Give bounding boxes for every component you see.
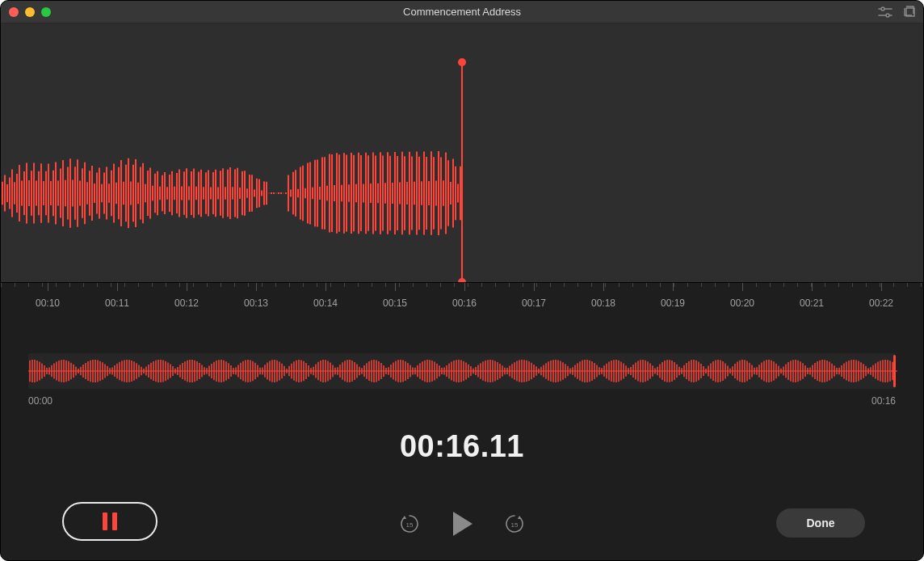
ruler-label: 00:13 xyxy=(244,297,268,309)
ruler-label: 00:22 xyxy=(869,297,893,309)
ruler-label: 00:21 xyxy=(800,297,824,309)
overview-end-time: 00:16 xyxy=(872,395,896,407)
ruler-label: 00:15 xyxy=(383,297,407,309)
ruler-label: 00:14 xyxy=(313,297,338,309)
window-controls xyxy=(9,7,51,17)
done-label: Done xyxy=(807,517,835,529)
waveform-overview[interactable] xyxy=(28,353,896,389)
done-button[interactable]: Done xyxy=(776,508,865,538)
svg-point-1 xyxy=(881,7,884,11)
trim-icon[interactable] xyxy=(904,6,917,19)
skip-back-amount: 15 xyxy=(406,521,414,529)
ruler-label: 00:18 xyxy=(591,297,615,309)
close-button[interactable] xyxy=(9,7,19,17)
ruler-label: 00:10 xyxy=(36,297,60,309)
controls-bar: 15 15 Done xyxy=(1,499,923,544)
skip-forward-15-button[interactable]: 15 xyxy=(503,512,526,535)
svg-point-3 xyxy=(886,14,889,17)
skip-fwd-amount: 15 xyxy=(511,521,519,529)
timeline-ruler[interactable]: 00:1000:1100:1200:1300:1400:1500:1600:17… xyxy=(1,282,923,324)
titlebar: Commencement Address xyxy=(1,1,923,23)
current-time: 00:16.11 xyxy=(1,429,923,464)
ruler-label: 00:12 xyxy=(174,297,199,309)
overview-playhead[interactable] xyxy=(893,355,896,387)
playhead[interactable] xyxy=(461,62,463,282)
skip-back-15-button[interactable]: 15 xyxy=(398,512,421,535)
zoom-button[interactable] xyxy=(41,7,51,17)
ruler-label: 00:11 xyxy=(105,297,129,309)
ruler-label: 00:20 xyxy=(730,297,754,309)
overview-start-time: 00:00 xyxy=(28,395,52,407)
ruler-label: 00:19 xyxy=(661,297,685,309)
play-button[interactable] xyxy=(450,510,474,538)
voice-memos-edit-window: Commencement Address 00:1000:1100:1200:1… xyxy=(0,0,924,561)
minimize-button[interactable] xyxy=(25,7,35,17)
waveform-main[interactable] xyxy=(1,23,923,282)
ruler-label: 00:17 xyxy=(522,297,546,309)
ruler-label: 00:16 xyxy=(452,297,477,309)
window-title: Commencement Address xyxy=(1,6,923,18)
settings-icon[interactable] xyxy=(878,6,892,18)
